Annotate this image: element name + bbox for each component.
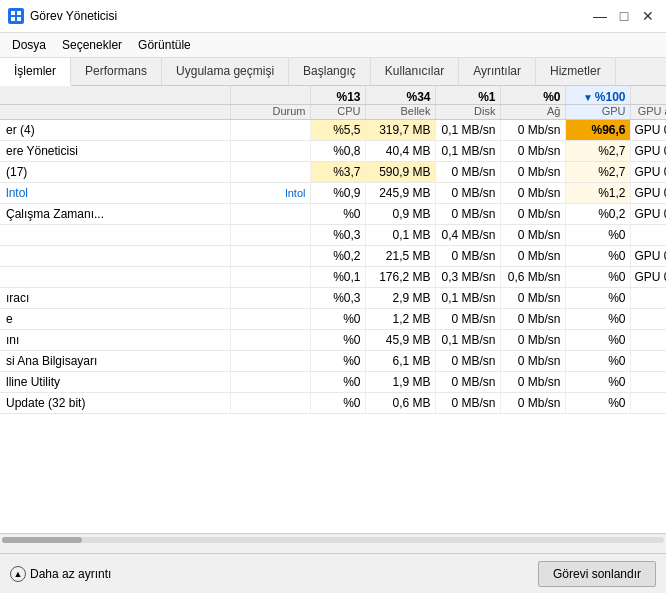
cell-disk: 0,4 MB/sn bbox=[435, 225, 500, 246]
th-gpusub-label[interactable]: GPU altyapısı bbox=[630, 105, 666, 120]
table-row[interactable]: si Ana Bilgisayarı %0 6,1 MB 0 MB/sn 0 M… bbox=[0, 351, 666, 372]
scrollbar-track bbox=[2, 537, 664, 543]
cell-gpu-sub: GPU 0 - 3İ bbox=[630, 267, 666, 288]
th-mem-pct[interactable]: %34 bbox=[365, 86, 435, 105]
cell-gpu: %0 bbox=[565, 330, 630, 351]
th-cpu-label[interactable]: CPU bbox=[310, 105, 365, 120]
th-gpu-pct[interactable]: ▼ %100 bbox=[565, 86, 630, 105]
cell-disk: 0 MB/sn bbox=[435, 183, 500, 204]
cell-name: ını bbox=[0, 330, 230, 351]
window-title: Görev Yöneticisi bbox=[30, 9, 117, 23]
table-row[interactable]: ıracı %0,3 2,9 MB 0,1 MB/sn 0 Mb/sn %0 bbox=[0, 288, 666, 309]
cell-gpu-sub: GPU 0 - 3İ bbox=[630, 204, 666, 225]
cell-name bbox=[0, 267, 230, 288]
cell-gpu: %0 bbox=[565, 351, 630, 372]
cell-cpu: %0,1 bbox=[310, 267, 365, 288]
process-table-container[interactable]: %13 %34 %1 %0 ▼ %100 Durum CPU Bellek Di… bbox=[0, 86, 666, 533]
cell-status bbox=[230, 309, 310, 330]
table-row[interactable]: er (4) %5,5 319,7 MB 0,1 MB/sn 0 Mb/sn %… bbox=[0, 120, 666, 141]
cell-name bbox=[0, 225, 230, 246]
cell-cpu: %5,5 bbox=[310, 120, 365, 141]
cell-name: lline Utility bbox=[0, 372, 230, 393]
table-row[interactable]: Çalışma Zamanı... %0 0,9 MB 0 MB/sn 0 Mb… bbox=[0, 204, 666, 225]
th-disk-pct[interactable]: %1 bbox=[435, 86, 500, 105]
cell-gpu-sub bbox=[630, 372, 666, 393]
th-cpu-pct[interactable]: %13 bbox=[310, 86, 365, 105]
cell-gpu-sub: GPU 0 - 3İ bbox=[630, 183, 666, 204]
cell-gpu: %0 bbox=[565, 225, 630, 246]
cell-mem: 21,5 MB bbox=[365, 246, 435, 267]
th-mem-label[interactable]: Bellek bbox=[365, 105, 435, 120]
scrollbar-thumb[interactable] bbox=[2, 537, 82, 543]
tab-kullanicilar[interactable]: Kullanıcılar bbox=[371, 58, 459, 85]
close-button[interactable]: ✕ bbox=[638, 6, 658, 26]
cell-mem: 1,2 MB bbox=[365, 309, 435, 330]
table-row[interactable]: Update (32 bit) %0 0,6 MB 0 MB/sn 0 Mb/s… bbox=[0, 393, 666, 414]
tab-ayrintilar[interactable]: Ayrıntılar bbox=[459, 58, 536, 85]
th-name-label[interactable] bbox=[0, 105, 230, 120]
cell-mem: 2,9 MB bbox=[365, 288, 435, 309]
cell-status: lntol bbox=[230, 183, 310, 204]
cell-net: 0 Mb/sn bbox=[500, 183, 565, 204]
cell-gpu-sub bbox=[630, 288, 666, 309]
cell-name: Çalışma Zamanı... bbox=[0, 204, 230, 225]
cell-name: lntol bbox=[0, 183, 230, 204]
cell-disk: 0 MB/sn bbox=[435, 309, 500, 330]
table-row[interactable]: lntol lntol %0,9 245,9 MB 0 MB/sn 0 Mb/s… bbox=[0, 183, 666, 204]
cell-gpu-sub bbox=[630, 309, 666, 330]
cell-gpu-sub bbox=[630, 330, 666, 351]
th-net-label[interactable]: Ağ bbox=[500, 105, 565, 120]
horizontal-scrollbar[interactable] bbox=[0, 533, 666, 545]
minimize-button[interactable]: — bbox=[590, 6, 610, 26]
cell-mem: 0,6 MB bbox=[365, 393, 435, 414]
tab-hizmetler[interactable]: Hizmetler bbox=[536, 58, 616, 85]
tab-uygulama[interactable]: Uygulama geçmişi bbox=[162, 58, 289, 85]
tab-baslangic[interactable]: Başlangıç bbox=[289, 58, 371, 85]
cell-name: e bbox=[0, 309, 230, 330]
cell-status bbox=[230, 162, 310, 183]
th-status-label[interactable]: Durum bbox=[230, 105, 310, 120]
table-row[interactable]: %0,2 21,5 MB 0 MB/sn 0 Mb/sn %0 GPU 0 - … bbox=[0, 246, 666, 267]
th-name-top bbox=[0, 86, 230, 105]
cell-disk: 0 MB/sn bbox=[435, 162, 500, 183]
table-row[interactable]: %0,1 176,2 MB 0,3 MB/sn 0,6 Mb/sn %0 GPU… bbox=[0, 267, 666, 288]
svg-rect-1 bbox=[17, 11, 21, 15]
table-row[interactable]: e %0 1,2 MB 0 MB/sn 0 Mb/sn %0 bbox=[0, 309, 666, 330]
cell-name: ere Yöneticisi bbox=[0, 141, 230, 162]
cell-net: 0 Mb/sn bbox=[500, 330, 565, 351]
cell-gpu-sub: GPU 0 - 3İ bbox=[630, 162, 666, 183]
cell-gpu-sub bbox=[630, 225, 666, 246]
th-gpu-label[interactable]: GPU bbox=[565, 105, 630, 120]
table-row[interactable]: (17) %3,7 590,9 MB 0 MB/sn 0 Mb/sn %2,7 … bbox=[0, 162, 666, 183]
th-net-pct[interactable]: %0 bbox=[500, 86, 565, 105]
table-row[interactable]: ını %0 45,9 MB 0,1 MB/sn 0 Mb/sn %0 bbox=[0, 330, 666, 351]
table-row[interactable]: ere Yöneticisi %0,8 40,4 MB 0,1 MB/sn 0 … bbox=[0, 141, 666, 162]
th-disk-label[interactable]: Disk bbox=[435, 105, 500, 120]
less-detail-button[interactable]: ▲ Daha az ayrıntı bbox=[10, 566, 111, 582]
svg-rect-3 bbox=[17, 17, 21, 21]
cell-gpu: %0 bbox=[565, 372, 630, 393]
cell-disk: 0,1 MB/sn bbox=[435, 330, 500, 351]
cell-status bbox=[230, 393, 310, 414]
table-row[interactable]: lline Utility %0 1,9 MB 0 MB/sn 0 Mb/sn … bbox=[0, 372, 666, 393]
tab-islemler[interactable]: İşlemler bbox=[0, 58, 71, 86]
cell-disk: 0,1 MB/sn bbox=[435, 120, 500, 141]
cell-net: 0 Mb/sn bbox=[500, 288, 565, 309]
cell-net: 0,6 Mb/sn bbox=[500, 267, 565, 288]
menu-dosya[interactable]: Dosya bbox=[4, 35, 54, 55]
cell-net: 0 Mb/sn bbox=[500, 393, 565, 414]
cell-gpu-sub: GPU 0 - C bbox=[630, 141, 666, 162]
end-task-button[interactable]: Görevi sonlandır bbox=[538, 561, 656, 587]
maximize-button[interactable]: □ bbox=[614, 6, 634, 26]
menu-secenekler[interactable]: Seçenekler bbox=[54, 35, 130, 55]
th-status-top bbox=[230, 86, 310, 105]
cell-gpu: %0 bbox=[565, 393, 630, 414]
cell-status bbox=[230, 120, 310, 141]
cell-net: 0 Mb/sn bbox=[500, 204, 565, 225]
tabs-bar: İşlemler Performans Uygulama geçmişi Baş… bbox=[0, 58, 666, 86]
cell-gpu: %0 bbox=[565, 288, 630, 309]
menu-goruntule[interactable]: Görüntüle bbox=[130, 35, 199, 55]
table-row[interactable]: %0,3 0,1 MB 0,4 MB/sn 0 Mb/sn %0 bbox=[0, 225, 666, 246]
cell-name: er (4) bbox=[0, 120, 230, 141]
tab-performans[interactable]: Performans bbox=[71, 58, 162, 85]
